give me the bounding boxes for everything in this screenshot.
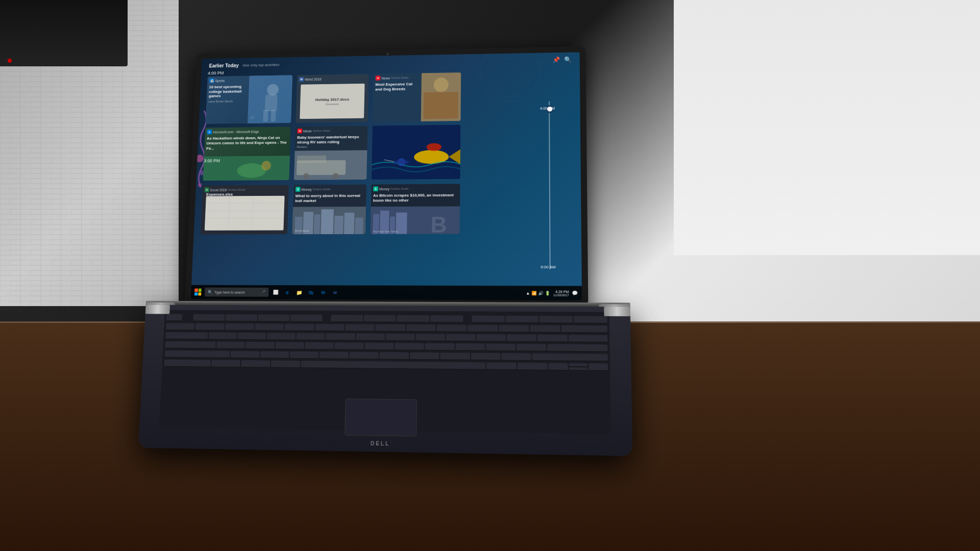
see-activities-link[interactable]: See only top activities bbox=[242, 62, 280, 67]
key-r[interactable] bbox=[297, 333, 325, 340]
key-f[interactable] bbox=[305, 342, 334, 350]
card-word[interactable]: W Word 2016 Holiday 2017.docx Document bbox=[296, 74, 369, 123]
card-edge[interactable]: e microsoft.com - Microsoft Edge As Hack… bbox=[203, 127, 291, 181]
key-enter[interactable] bbox=[548, 344, 608, 352]
card-money2[interactable]: $ Money Surface Studio As Bitcoin scrape… bbox=[371, 184, 460, 234]
key-rctrl[interactable] bbox=[518, 363, 548, 370]
key-5[interactable] bbox=[315, 324, 345, 331]
card-money1[interactable]: $ Money Surface Studio What to worry abo… bbox=[292, 185, 366, 235]
key-caps[interactable] bbox=[165, 341, 216, 349]
wifi-icon[interactable]: 📶 bbox=[531, 291, 536, 295]
key-f11[interactable] bbox=[540, 316, 573, 323]
key-m[interactable] bbox=[410, 353, 439, 360]
notifications-icon[interactable]: 💬 bbox=[572, 291, 578, 296]
start-button[interactable] bbox=[193, 287, 203, 297]
key-d[interactable] bbox=[275, 342, 304, 349]
key-lctrl[interactable] bbox=[164, 360, 210, 367]
key-9[interactable] bbox=[437, 324, 467, 332]
key-y[interactable] bbox=[356, 333, 385, 341]
network-icon[interactable]: ▲ bbox=[526, 291, 530, 295]
key-i[interactable] bbox=[415, 334, 445, 341]
key-z[interactable] bbox=[231, 351, 259, 359]
key-s[interactable] bbox=[246, 342, 275, 349]
key-f12[interactable] bbox=[574, 316, 607, 323]
key-o[interactable] bbox=[446, 334, 476, 342]
key-f10[interactable] bbox=[505, 316, 538, 323]
key-comma[interactable] bbox=[440, 353, 470, 360]
key-f3[interactable] bbox=[258, 314, 289, 321]
key-minus[interactable] bbox=[499, 325, 529, 333]
key-f8[interactable] bbox=[430, 315, 463, 322]
key-lbracket[interactable] bbox=[507, 334, 536, 342]
key-backspace[interactable] bbox=[561, 325, 607, 333]
key-g[interactable] bbox=[335, 342, 364, 350]
key-win[interactable] bbox=[241, 360, 270, 368]
key-x[interactable] bbox=[260, 351, 289, 359]
touchpad[interactable] bbox=[345, 398, 417, 436]
key-q[interactable] bbox=[208, 333, 237, 340]
card-cats[interactable]: N News Surface Studio Most Expensive Cat… bbox=[373, 72, 461, 122]
volume-icon[interactable]: 🔊 bbox=[538, 291, 543, 295]
key-backslash[interactable] bbox=[569, 335, 608, 342]
key-semicolon[interactable] bbox=[486, 343, 516, 351]
key-1[interactable] bbox=[195, 323, 225, 330]
taskbar-mail-icon[interactable]: ✉ bbox=[318, 287, 328, 297]
key-c[interactable] bbox=[289, 352, 318, 359]
key-f2[interactable] bbox=[226, 314, 257, 321]
key-rshift[interactable] bbox=[532, 354, 608, 362]
key-4[interactable] bbox=[285, 324, 314, 331]
key-f1[interactable] bbox=[193, 314, 225, 321]
key-p[interactable] bbox=[476, 334, 506, 342]
key-f9[interactable] bbox=[472, 315, 504, 323]
key-rbracket[interactable] bbox=[537, 335, 567, 342]
key-up[interactable] bbox=[569, 363, 587, 367]
key-down[interactable] bbox=[569, 367, 587, 370]
key-8[interactable] bbox=[406, 324, 436, 332]
key-l[interactable] bbox=[455, 343, 485, 351]
key-f6[interactable] bbox=[364, 315, 396, 322]
key-a[interactable] bbox=[216, 342, 245, 349]
key-v[interactable] bbox=[320, 352, 349, 359]
taskbar-clock[interactable]: 4:26 PM 11/30/2017 bbox=[553, 290, 569, 296]
key-n[interactable] bbox=[380, 352, 409, 360]
taskbar-explorer-icon[interactable]: 📁 bbox=[294, 287, 304, 297]
key-f5[interactable] bbox=[331, 315, 363, 322]
key-space[interactable] bbox=[301, 361, 485, 370]
key-w[interactable] bbox=[237, 333, 266, 340]
taskbar-word-icon[interactable]: W bbox=[330, 287, 340, 297]
key-k[interactable] bbox=[425, 343, 455, 351]
key-lshift[interactable] bbox=[164, 350, 230, 358]
key-right[interactable] bbox=[589, 363, 608, 371]
key-6[interactable] bbox=[345, 324, 375, 331]
key-backtick[interactable] bbox=[166, 323, 194, 330]
key-u[interactable] bbox=[386, 334, 415, 341]
taskview-button[interactable]: ⬜ bbox=[271, 287, 281, 297]
taskbar-search[interactable]: 🔍 Type here to search 🎤 bbox=[205, 288, 269, 297]
key-3[interactable] bbox=[255, 323, 284, 331]
taskbar-edge-icon[interactable]: e bbox=[282, 287, 292, 297]
key-b[interactable] bbox=[350, 352, 379, 360]
key-t[interactable] bbox=[326, 333, 355, 340]
key-lalt[interactable] bbox=[271, 361, 300, 368]
key-e[interactable] bbox=[267, 333, 296, 340]
key-h[interactable] bbox=[364, 343, 394, 350]
pin-icon[interactable]: 📌 bbox=[553, 57, 560, 64]
key-slash[interactable] bbox=[502, 353, 532, 361]
key-equals[interactable] bbox=[530, 325, 561, 333]
key-f4[interactable] bbox=[290, 315, 323, 322]
key-fn[interactable] bbox=[211, 360, 240, 367]
card-rv[interactable]: N News Surface Studio Baby boomers' wand… bbox=[294, 126, 368, 180]
key-escape[interactable] bbox=[166, 314, 182, 321]
card-excel[interactable]: X Excel 2016 Surface Studio Expenses.xls… bbox=[201, 185, 289, 235]
key-quote[interactable] bbox=[517, 344, 546, 352]
key-period[interactable] bbox=[471, 353, 500, 361]
key-f7[interactable] bbox=[397, 315, 430, 322]
key-0[interactable] bbox=[468, 325, 498, 333]
search-icon[interactable]: 🔍 bbox=[564, 56, 572, 63]
key-2[interactable] bbox=[225, 323, 254, 331]
key-7[interactable] bbox=[376, 324, 405, 332]
key-left[interactable] bbox=[549, 363, 568, 370]
key-j[interactable] bbox=[395, 343, 424, 350]
card-sports[interactable]: ⚽ Sports 10 best upcoming college basket… bbox=[206, 75, 292, 124]
key-tab[interactable] bbox=[165, 332, 208, 339]
